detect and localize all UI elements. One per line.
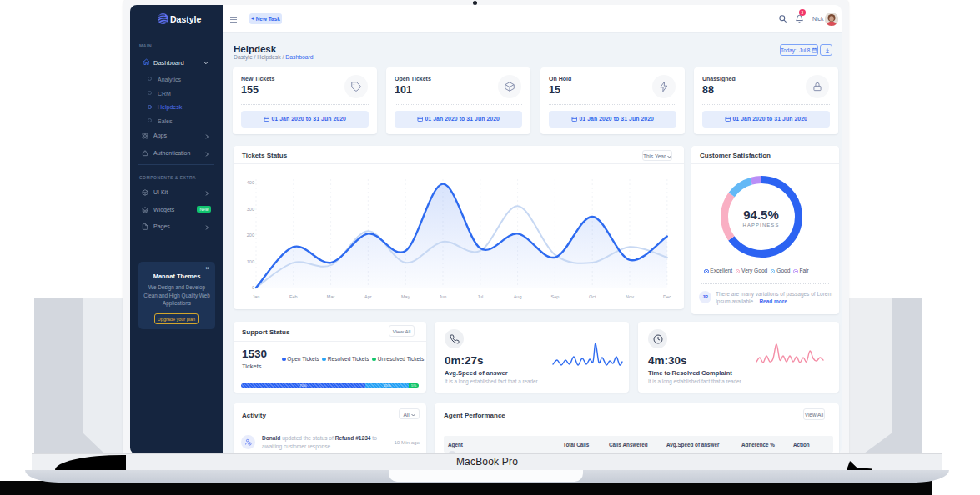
svg-text:300: 300 [247,207,254,212]
svg-text:Jul: Jul [477,294,483,299]
svg-text:Nov: Nov [626,294,634,299]
svg-text:May: May [401,294,410,299]
svg-text:Sep: Sep [551,294,560,299]
svg-text:Dec: Dec [663,294,671,299]
svg-text:Apr: Apr [364,294,372,299]
svg-text:Oct: Oct [589,294,596,299]
svg-text:Mar: Mar [327,294,335,299]
svg-text:Aug: Aug [514,294,522,299]
svg-text:400: 400 [247,180,254,185]
svg-text:0: 0 [252,285,254,290]
svg-text:200: 200 [247,232,254,238]
svg-text:Feb: Feb [289,294,297,299]
svg-text:Jun: Jun [440,294,447,299]
svg-text:Jan: Jan [253,294,260,299]
svg-text:100: 100 [247,259,254,264]
